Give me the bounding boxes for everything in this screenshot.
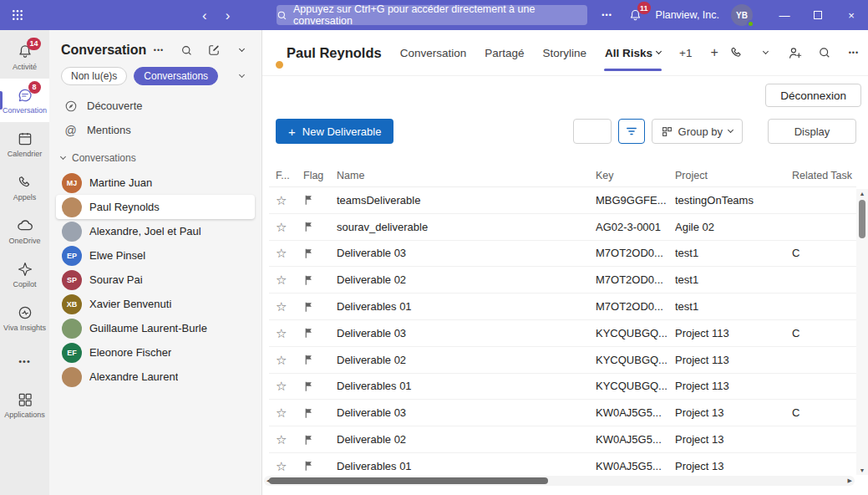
filter-conversations-pill[interactable]: Conversations [134,67,218,85]
chat-list-item[interactable]: Alexandre, Joel et Paul [56,219,255,243]
tab-all-risks[interactable]: All Risks [605,30,661,75]
star-icon[interactable]: ☆ [269,460,299,472]
flag-icon[interactable] [299,407,337,419]
new-deliverable-button[interactable]: + New Deliverable [276,119,393,144]
star-icon[interactable]: ☆ [269,406,299,419]
notifications-button[interactable]: 11 [627,7,644,23]
search-bar[interactable]: Appuyez sur Ctrl+G pour accéder directem… [277,5,587,25]
filters-collapse-button[interactable] [233,68,250,84]
filter-button[interactable] [618,119,645,144]
close-button[interactable]: × [835,0,868,30]
vertical-scrollbar-thumb[interactable] [859,200,865,238]
scroll-down-icon[interactable]: ▼ [856,467,868,473]
table-row[interactable]: ☆ Deliverable 03 KYCQUBGQ... Project 113… [269,320,856,347]
table-row[interactable]: ☆ Deliverable 02 M7OT2OD0... test1 [269,267,856,293]
rail-item-onedrive[interactable]: OneDrive [0,209,49,253]
column-header-project[interactable]: Project [675,170,792,181]
group-by-dropdown[interactable]: Group by [652,119,743,144]
rail-item-activity[interactable]: 14 Activité [0,35,49,79]
rail-item-viva-insights[interactable]: Viva Insights [0,296,49,339]
column-header-related-task[interactable]: Related Task [792,170,856,181]
table-row[interactable]: ☆ sourav_deliverable AG02-3-0001 Agile 0… [269,214,856,241]
chat-list-item[interactable]: XB Xavier Benvenuti [56,292,255,316]
call-button[interactable] [728,44,745,61]
star-icon[interactable]: ☆ [269,433,299,446]
maximize-button[interactable] [801,0,835,30]
star-icon[interactable]: ☆ [269,247,299,259]
minimize-button[interactable]: — [768,0,801,30]
table-search-input[interactable] [573,119,612,144]
table-row[interactable]: ☆ Deliverable 02 KW0AJ5G5... Project 13 [269,426,856,453]
display-button[interactable]: Display [768,119,856,144]
table-row[interactable]: ☆ teamsDeliverable MBG9GGFE... testingOn… [269,187,856,214]
column-header-flag[interactable]: Flag [299,170,337,181]
call-options-chevron[interactable] [758,44,774,61]
flag-icon[interactable] [299,434,337,446]
table-row[interactable]: ☆ Deliverable 02 KYCQUBGQ... Project 113 [269,347,856,374]
column-header-key[interactable]: Key [596,170,675,181]
tab[interactable]: Conversation [400,30,467,75]
flag-icon[interactable] [299,274,337,286]
rail-item-more-apps[interactable]: ••• [0,339,49,383]
star-icon[interactable]: ☆ [269,327,299,339]
rail-item-copilot[interactable]: Copilot [0,253,49,296]
rail-item-calls[interactable]: Appels [0,166,49,209]
tab[interactable]: Storyline [543,30,587,75]
chat-list-item[interactable]: MJ Martine Juan [56,171,255,195]
conversations-section-header[interactable]: Conversations [49,142,261,171]
chat-list-item[interactable]: Guillaume Laurent-Burle [56,316,255,340]
titlebar-more-button[interactable]: ••• [599,7,616,23]
table-row[interactable]: ☆ Deliverables 01 M7OT2OD0... test1 [269,293,856,320]
forward-button[interactable]: › [226,8,231,23]
horizontal-scrollbar-thumb[interactable] [269,477,548,484]
new-chat-button[interactable] [206,42,222,59]
star-icon[interactable]: ☆ [269,380,299,392]
star-icon[interactable]: ☆ [269,300,299,313]
rail-item-chat[interactable]: 8 Conversation [0,79,49,122]
rail-item-apps[interactable]: Applications [0,383,49,426]
flag-icon[interactable] [299,380,337,392]
star-icon[interactable]: ☆ [269,273,299,286]
search-in-chat-button[interactable] [816,44,833,61]
new-chat-chevron[interactable] [233,42,250,59]
disconnect-button[interactable]: Déconnexion [765,84,861,107]
table-row[interactable]: ☆ Deliverable 03 KW0AJ5G5... Project 13 … [269,400,856,426]
rail-item-calendar[interactable]: Calendrier [0,122,49,166]
flag-icon[interactable] [299,460,337,472]
tab-overflow[interactable]: +1 [679,30,692,75]
chat-list-item[interactable]: SP Sourav Pai [56,268,255,292]
flag-icon[interactable] [299,354,337,365]
flag-icon[interactable] [299,194,337,206]
star-icon[interactable]: ☆ [269,221,299,233]
horizontal-scrollbar[interactable]: ◀ ▶ [264,476,855,486]
app-launcher-button[interactable] [0,0,35,30]
column-header-name[interactable]: Name [337,170,596,181]
chat-more-options-button[interactable]: ••• [845,44,862,61]
user-avatar[interactable]: YB [731,4,753,26]
table-row[interactable]: ☆ Deliverables 01 KW0AJ5G5... Project 13 [269,453,856,473]
chat-list-item[interactable]: Alexandre Laurent [56,365,255,389]
search-chats-button[interactable] [178,42,195,59]
mentions-item[interactable]: @ Mentions [49,118,261,142]
flag-icon[interactable] [299,301,337,313]
vertical-scrollbar[interactable]: ▲ ▼ [856,189,868,475]
add-people-button[interactable] [787,44,804,61]
chat-list-item[interactable]: EF Eleonore Fischer [56,340,255,365]
chat-list-item[interactable]: EP Elwe Pinsel [56,243,255,268]
scroll-up-icon[interactable]: ▲ [856,191,868,196]
org-name[interactable]: Planview, Inc. [656,9,719,21]
scroll-right-icon[interactable]: ▶ [848,477,852,484]
discover-item[interactable]: Découverte [49,94,261,118]
table-row[interactable]: ☆ Deliverables 01 KYCQUBGQ... Project 11… [269,374,856,401]
back-button[interactable]: ‹ [202,8,207,23]
flag-icon[interactable] [299,248,337,259]
chat-list-options-button[interactable]: ••• [150,42,167,59]
flag-icon[interactable] [299,221,337,232]
filter-unread-pill[interactable]: Non lu(e)s [61,67,127,85]
star-icon[interactable]: ☆ [269,354,299,366]
tab[interactable]: Partagé [485,30,524,75]
table-row[interactable]: ☆ Deliverable 03 M7OT2OD0... test1 C [269,241,856,268]
star-icon[interactable]: ☆ [269,194,299,207]
chat-list-item[interactable]: Paul Reynolds [56,195,255,219]
add-tab-button[interactable]: + [711,30,718,75]
